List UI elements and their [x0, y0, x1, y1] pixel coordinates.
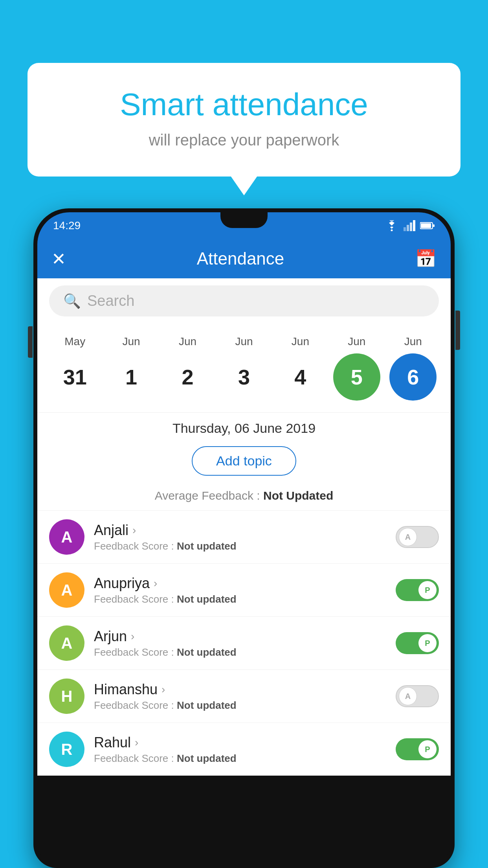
attendance-toggle-1[interactable]: P — [396, 579, 439, 601]
student-avatar-3: H — [49, 679, 84, 714]
volume-button — [28, 326, 33, 358]
chevron-icon-3: › — [161, 683, 165, 696]
battery-icon — [420, 221, 435, 230]
student-name-3: Himanshu › — [94, 681, 386, 698]
cal-month-4: Jun — [277, 335, 324, 348]
student-name-0: Anjali › — [94, 522, 386, 539]
svg-rect-3 — [410, 223, 412, 231]
cal-day-5[interactable]: 5 — [333, 353, 380, 401]
date-header: Thursday, 06 June 2019 — [37, 412, 451, 442]
svg-rect-6 — [433, 224, 435, 227]
cal-month-3: Jun — [220, 335, 268, 348]
add-topic-button[interactable]: Add topic — [192, 446, 296, 476]
svg-rect-1 — [404, 227, 406, 231]
toggle-container-1: P — [396, 579, 439, 601]
student-feedback-4: Feedback Score : Not updated — [94, 752, 386, 765]
toggle-container-4: P — [396, 738, 439, 760]
student-name-4: Rahul › — [94, 734, 386, 751]
student-row-1[interactable]: AAnupriya ›Feedback Score : Not updatedP — [37, 563, 451, 616]
close-button[interactable]: ✕ — [51, 249, 66, 269]
students-list: AAnjali ›Feedback Score : Not updatedAAA… — [37, 510, 451, 776]
bubble-title: Smart attendance — [59, 86, 429, 123]
add-topic-container: Add topic — [37, 442, 451, 484]
attendance-toggle-0[interactable]: A — [396, 526, 439, 548]
cal-day-4[interactable]: 4 — [277, 353, 324, 401]
speech-bubble: Smart attendance will replace your paper… — [28, 63, 460, 177]
speech-bubble-container: Smart attendance will replace your paper… — [28, 63, 460, 177]
student-row-4[interactable]: RRahul ›Feedback Score : Not updatedP — [37, 723, 451, 776]
svg-rect-2 — [407, 225, 409, 231]
student-row-2[interactable]: AArjun ›Feedback Score : Not updatedP — [37, 616, 451, 669]
toggle-knob-4: P — [418, 740, 437, 758]
search-container: 🔍 Search — [37, 278, 451, 324]
cal-day-3[interactable]: 3 — [220, 353, 268, 401]
cal-month-5: Jun — [333, 335, 380, 348]
toggle-container-2: P — [396, 632, 439, 654]
attendance-toggle-2[interactable]: P — [396, 632, 439, 654]
search-bar[interactable]: 🔍 Search — [49, 285, 439, 316]
chevron-icon-1: › — [154, 577, 157, 590]
calendar-section: MayJunJunJunJunJunJun 31123456 — [37, 324, 451, 412]
cal-day-0[interactable]: 31 — [51, 353, 99, 401]
svg-point-0 — [391, 230, 393, 232]
search-icon: 🔍 — [63, 293, 81, 309]
cal-day-2[interactable]: 2 — [164, 353, 211, 401]
cal-month-2: Jun — [164, 335, 211, 348]
cal-day-1[interactable]: 1 — [108, 353, 155, 401]
phone-screen: 14:29 — [37, 212, 451, 864]
calendar-days: 31123456 — [37, 350, 451, 408]
status-icons — [385, 220, 435, 231]
student-feedback-1: Feedback Score : Not updated — [94, 593, 386, 605]
chevron-icon-0: › — [132, 524, 136, 537]
toggle-knob-1: P — [418, 581, 437, 599]
status-time: 14:29 — [53, 219, 81, 232]
status-bar: 14:29 — [37, 212, 451, 239]
toggle-knob-3: A — [399, 687, 417, 705]
cal-day-6[interactable]: 6 — [389, 353, 437, 401]
feedback-value: Not Updated — [263, 489, 333, 502]
app-bar: ✕ Attendance 📅 — [37, 239, 451, 278]
student-info-4: Rahul ›Feedback Score : Not updated — [94, 734, 386, 765]
toggle-container-0: A — [396, 526, 439, 548]
app-bar-title: Attendance — [197, 249, 284, 268]
chevron-icon-4: › — [135, 736, 138, 749]
toggle-container-3: A — [396, 685, 439, 707]
student-info-3: Himanshu ›Feedback Score : Not updated — [94, 681, 386, 712]
student-feedback-3: Feedback Score : Not updated — [94, 699, 386, 712]
student-feedback-2: Feedback Score : Not updated — [94, 646, 386, 658]
chevron-icon-2: › — [131, 630, 134, 643]
student-name-1: Anupriya › — [94, 575, 386, 592]
student-info-0: Anjali ›Feedback Score : Not updated — [94, 522, 386, 552]
attendance-toggle-4[interactable]: P — [396, 738, 439, 760]
svg-rect-4 — [413, 220, 415, 231]
bubble-subtitle: will replace your paperwork — [59, 131, 429, 149]
student-avatar-2: A — [49, 625, 84, 661]
student-avatar-0: A — [49, 519, 84, 555]
cal-month-0: May — [51, 335, 99, 348]
feedback-summary: Average Feedback : Not Updated — [37, 484, 451, 510]
toggle-knob-2: P — [418, 634, 437, 652]
cal-month-6: Jun — [389, 335, 437, 348]
calendar-button[interactable]: 📅 — [415, 248, 437, 269]
student-feedback-0: Feedback Score : Not updated — [94, 540, 386, 552]
calendar-months: MayJunJunJunJunJunJun — [37, 331, 451, 350]
svg-rect-7 — [421, 223, 431, 228]
phone-frame: 14:29 — [33, 208, 455, 868]
attendance-toggle-3[interactable]: A — [396, 685, 439, 707]
student-avatar-4: R — [49, 732, 84, 767]
cal-month-1: Jun — [108, 335, 155, 348]
student-avatar-1: A — [49, 572, 84, 608]
search-input[interactable]: Search — [87, 292, 134, 309]
student-info-2: Arjun ›Feedback Score : Not updated — [94, 628, 386, 658]
power-button — [455, 311, 460, 350]
student-info-1: Anupriya ›Feedback Score : Not updated — [94, 575, 386, 605]
feedback-label: Average Feedback : — [155, 489, 263, 502]
toggle-knob-0: A — [399, 528, 417, 546]
notch — [220, 212, 268, 228]
student-row-3[interactable]: HHimanshu ›Feedback Score : Not updatedA — [37, 669, 451, 723]
signal-icon — [404, 220, 415, 231]
student-name-2: Arjun › — [94, 628, 386, 645]
wifi-icon — [385, 220, 399, 231]
student-row-0[interactable]: AAnjali ›Feedback Score : Not updatedA — [37, 510, 451, 563]
